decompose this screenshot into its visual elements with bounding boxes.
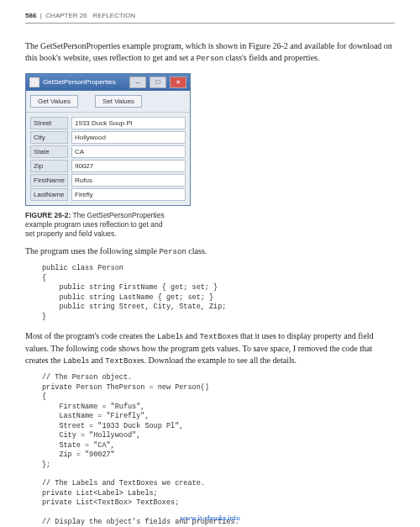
field-label: Street [30, 117, 68, 129]
close-button[interactable]: × [170, 76, 186, 88]
paragraph-3: Most of the program's code creates the L… [25, 330, 395, 366]
minimize-button[interactable]: – [129, 76, 146, 88]
chapter-title: REFLECTION [92, 12, 135, 19]
code-listing-1: public class Person { public string Firs… [42, 264, 395, 322]
paragraph-2: The program uses the following simple Pe… [25, 245, 395, 258]
chapter-label: CHAPTER 26 [45, 12, 87, 19]
field-input[interactable]: CA [71, 145, 186, 158]
field-input[interactable]: Firefly [71, 188, 186, 201]
set-values-button[interactable]: Set Values [95, 95, 142, 108]
get-values-button[interactable]: Get Values [30, 95, 78, 108]
page-header: 586 | CHAPTER 26 REFLECTION [25, 12, 395, 24]
paragraph-1: The GetSetPersonProperties example progr… [25, 40, 395, 65]
app-toolbar: Get Values Set Values [26, 91, 190, 113]
footer-link[interactable]: www.it-ebooks.info [180, 514, 239, 522]
field-input[interactable]: Rufus [71, 174, 186, 187]
form-grid: Street 1933 Duck Soup Pl City Hollywood … [26, 113, 190, 205]
app-window: GetSetPersonProperties – □ × Get Values … [25, 73, 191, 206]
page-footer: www.it-ebooks.info [0, 514, 420, 522]
field-input[interactable]: 90027 [71, 160, 186, 172]
field-label: City [30, 131, 68, 144]
field-input[interactable]: Hollywood [71, 131, 186, 144]
field-label: Zip [30, 160, 68, 172]
maximize-button[interactable]: □ [150, 76, 166, 88]
field-input[interactable]: 1933 Duck Soup Pl [71, 117, 186, 129]
code-listing-2: // The Person object. private Person The… [42, 373, 395, 527]
window-title: GetSetPersonProperties [43, 78, 116, 86]
field-label: LastName [30, 188, 68, 201]
figure-26-2: GetSetPersonProperties – □ × Get Values … [25, 73, 395, 239]
field-label: State [30, 145, 68, 158]
figure-caption: FIGURE 26-2: The GetSetPersonProperties … [25, 211, 168, 239]
page-number: 586 [25, 12, 36, 19]
app-icon [29, 77, 39, 87]
window-titlebar: GetSetPersonProperties – □ × [26, 74, 190, 91]
field-label: FirstName [30, 174, 68, 187]
